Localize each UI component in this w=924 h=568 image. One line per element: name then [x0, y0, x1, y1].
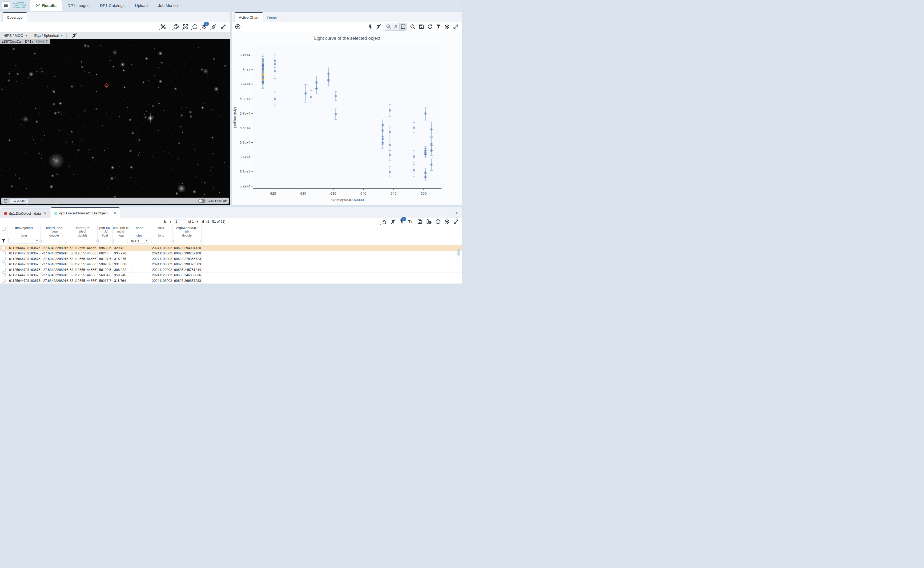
row-checkbox[interactable]: [2, 246, 6, 250]
page-number-input[interactable]: [174, 219, 186, 224]
scrollbar-thumb[interactable]: [457, 248, 460, 256]
tab-active-chart[interactable]: Active Chart: [234, 12, 263, 21]
add-chart-button[interactable]: [235, 24, 241, 30]
text-tt-button[interactable]: TT: [408, 219, 414, 224]
nav-tab-job-monitor[interactable]: Job Monitor: [153, 2, 184, 9]
filter-off-button[interactable]: [376, 24, 381, 30]
zoom-in-button[interactable]: [385, 23, 392, 30]
circle-dashed-button[interactable]: ▾: [192, 24, 198, 30]
tab-coverage[interactable]: Coverage: [2, 12, 27, 21]
filter-button[interactable]: [436, 24, 441, 29]
clear-filters-button[interactable]: [71, 33, 77, 38]
table-scrollbar[interactable]: [457, 248, 460, 283]
psfFluxErr-filter-input[interactable]: [113, 239, 128, 243]
save-button[interactable]: [419, 24, 424, 29]
tools-button[interactable]: ▾: [160, 24, 166, 30]
cell-psfFlux: 56954.8: [98, 273, 113, 278]
palette-button[interactable]: ▾: [173, 24, 179, 30]
microscope-button[interactable]: ▾: [381, 219, 387, 225]
expand-readout-button[interactable]: [3, 199, 8, 203]
nav-tab-dp1-catalogs[interactable]: DP1 Catalogs: [95, 2, 130, 9]
table-row[interactable]: 611256447031836758-27.6848228891652853.1…: [0, 251, 462, 257]
nav-tab-dp1-images[interactable]: DP1 Images: [62, 2, 95, 9]
table-row[interactable]: 611256447031836758-27.6848228891652853.1…: [0, 245, 462, 251]
svg-text:6e+4: 6e+4: [243, 68, 250, 72]
column-header-band[interactable]: band char: [129, 225, 150, 237]
add-col-button[interactable]: [426, 219, 432, 224]
row-checkbox[interactable]: [2, 273, 6, 277]
band-filter-select[interactable]: IN ('i')▼: [130, 238, 149, 243]
row-checkbox[interactable]: [2, 251, 6, 255]
next-page-button[interactable]: [196, 220, 199, 224]
psfFlux-filter-input[interactable]: [98, 239, 112, 243]
table-row[interactable]: 611256447031836758-27.6848228891652853.1…: [0, 273, 462, 278]
unlink-button[interactable]: ▾: [211, 24, 217, 30]
column-header-psfFlux[interactable]: psfFlux(nJy)float: [98, 225, 113, 237]
close-icon[interactable]: ✕: [44, 211, 47, 215]
gear-button[interactable]: [444, 219, 450, 225]
row-checkbox[interactable]: [2, 279, 6, 282]
column-header-diaObjectId[interactable]: diaObjectId long: [8, 225, 41, 237]
last-page-button[interactable]: [201, 220, 205, 224]
restore-button[interactable]: [427, 24, 433, 29]
column-header-expMidptMJD[interactable]: expMidptMJD(d)double: [172, 225, 202, 237]
prev-page-button[interactable]: [169, 220, 172, 224]
filter-off-button[interactable]: [390, 219, 396, 225]
box-select-button[interactable]: [399, 23, 407, 30]
light-curve-chart[interactable]: Light curve of the selected object6.1e+4…: [232, 32, 462, 205]
expand-button[interactable]: [453, 24, 458, 30]
info-button[interactable]: [435, 219, 441, 224]
cell-psfFlux: 59633.6: [98, 245, 113, 251]
starfield-canvas[interactable]: [0, 39, 230, 205]
recenter-button[interactable]: ▾: [182, 24, 188, 30]
expand-button[interactable]: [453, 219, 459, 225]
cell-visit: 2024112000211: [150, 267, 172, 272]
save-button[interactable]: [417, 219, 422, 224]
hand-button[interactable]: [392, 23, 399, 30]
row-checkbox[interactable]: [2, 268, 6, 272]
coord_ra-filter-input[interactable]: [69, 239, 96, 243]
table-tab[interactable]: dp1.DiaObject - data✕: [0, 208, 50, 218]
column-header-visit[interactable]: visit long: [150, 225, 172, 237]
tab-overflow-chevron-icon[interactable]: ▼: [455, 211, 458, 215]
nav-tab-results[interactable]: Results: [30, 0, 62, 11]
zoom-1x-button[interactable]: 1X: [410, 24, 416, 30]
projection-label: Equ / Spherical: [34, 33, 59, 38]
hips-moc-dropdown[interactable]: HiPS / MOC▼: [3, 33, 27, 38]
unlink-icon: [211, 24, 217, 30]
table-row[interactable]: 611256447031836758-27.6848228891652853.1…: [0, 278, 462, 284]
table-row[interactable]: 611256447031836758-27.6848228891652853.1…: [0, 267, 462, 273]
first-page-button[interactable]: [163, 220, 167, 224]
diaObjectId-filter-select[interactable]: ▼: [8, 238, 39, 243]
expand-button[interactable]: [220, 24, 226, 30]
column-header-psfFluxErr[interactable]: psfFluxErr(nJy)float: [113, 225, 129, 237]
row-checkbox[interactable]: [2, 257, 6, 261]
table-tab[interactable]: dp1.ForcedSourceOnDiaObject...✕: [51, 207, 120, 218]
click-lock-toggle[interactable]: [198, 199, 205, 203]
menu-button[interactable]: [2, 2, 10, 9]
filter-button[interactable]: 1: [399, 219, 404, 224]
sky-image-viewer[interactable]: LSSTComCam: DP1 rFOV:6.6' EQ-J2000: Clic…: [0, 39, 230, 205]
cell-coord_dec: -27.68482288916528: [41, 284, 68, 284]
column-header-coord_ra[interactable]: coord_ra(deg)double: [68, 225, 98, 237]
visit-filter-input[interactable]: [151, 239, 172, 243]
selected-object-marker[interactable]: [104, 83, 109, 88]
gear-button[interactable]: [444, 24, 450, 30]
table-row[interactable]: 611256447031836758-27.6848228891652853.1…: [0, 256, 462, 262]
table-row[interactable]: 611256447031836758-27.6848228891652853.1…: [0, 262, 462, 267]
column-header-coord_dec[interactable]: coord_dec(deg)double: [41, 225, 68, 237]
layers-button[interactable]: 9▾: [201, 24, 207, 30]
pin-button[interactable]: [368, 24, 373, 30]
nav-tab-upload[interactable]: Upload: [130, 2, 153, 9]
coord_dec-filter-input[interactable]: [41, 239, 67, 243]
cell-psfFlux: 54650.7: [98, 284, 113, 284]
select-all-checkbox[interactable]: [2, 227, 6, 231]
expMidptMJD-filter-input[interactable]: [173, 239, 200, 243]
close-icon[interactable]: ✕: [113, 211, 116, 215]
svg-text:635: 635: [330, 192, 336, 195]
projection-dropdown[interactable]: Equ / Spherical▼: [34, 33, 63, 38]
row-checkbox[interactable]: [2, 263, 6, 266]
tab-details[interactable]: Details: [263, 14, 283, 21]
svg-text:1X: 1X: [412, 25, 414, 27]
table-row[interactable]: 611256447031836758-27.6848228891652853.1…: [0, 284, 462, 284]
